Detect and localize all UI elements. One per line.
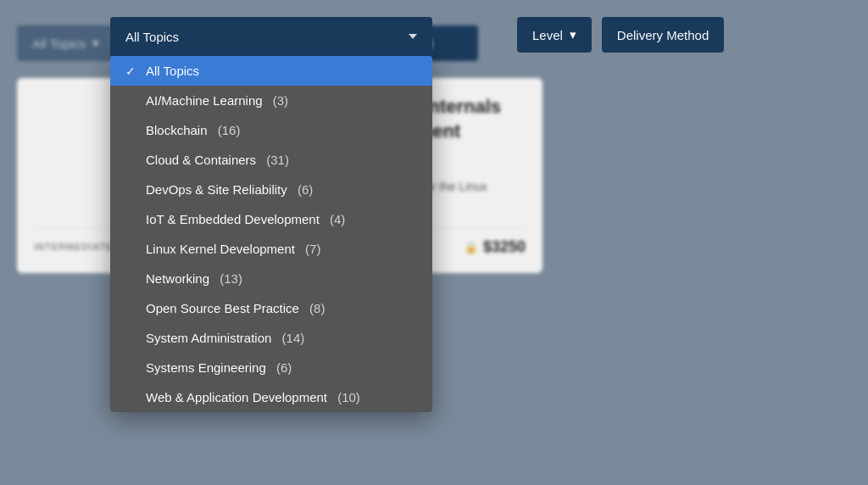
dropdown-item-count: (6)	[273, 360, 292, 375]
dropdown-item-systems-engineering[interactable]: Systems Engineering (6)	[110, 353, 432, 382]
dropdown-item-label: Web & Application Development	[146, 390, 327, 404]
level-chevron-icon: ▾	[570, 27, 576, 42]
dropdown-item-label: DevOps & Site Reliability	[146, 182, 287, 197]
dropdown-item-all-topics[interactable]: ✓ All Topics	[110, 56, 432, 86]
dropdown-item-cloud[interactable]: Cloud & Containers (31)	[110, 145, 432, 175]
topic-chevron-icon	[409, 34, 417, 39]
dropdown-item-blockchain[interactable]: Blockchain (16)	[110, 115, 432, 145]
dropdown-item-count: (3)	[270, 93, 289, 108]
dropdown-item-sysadmin[interactable]: System Administration (14)	[110, 323, 432, 353]
dropdown-item-count: (6)	[294, 182, 314, 197]
dropdown-item-label: Cloud & Containers	[146, 153, 256, 167]
dropdown-item-web-app[interactable]: Web & Application Development (10)	[110, 382, 432, 412]
dropdown-item-label: All Topics	[146, 64, 199, 78]
delivery-label: Delivery Method	[617, 28, 709, 42]
delivery-method-button[interactable]: Delivery Method	[602, 17, 724, 53]
dropdown-item-networking[interactable]: Networking (13)	[110, 264, 432, 293]
dropdown-item-count: (31)	[263, 153, 289, 167]
level-label: Level	[532, 28, 563, 42]
dropdown-item-label: Open Source Best Practice	[146, 301, 299, 315]
header-filter-buttons: Level ▾ Delivery Method	[517, 17, 724, 53]
dropdown-item-label: Linux Kernel Development	[146, 242, 295, 256]
dropdown-item-count: (8)	[306, 301, 326, 315]
dropdown-item-ai-ml[interactable]: AI/Machine Learning (3)	[110, 86, 432, 115]
dropdown-item-label: Networking	[146, 271, 209, 286]
dropdown-item-count: (7)	[302, 242, 321, 256]
dropdown-item-iot[interactable]: IoT & Embedded Development (4)	[110, 204, 432, 234]
dropdown-item-count: (13)	[216, 271, 242, 286]
dropdown-item-devops[interactable]: DevOps & Site Reliability (6)	[110, 175, 432, 204]
course-price-2: $3250	[483, 238, 526, 256]
topic-dropdown-trigger[interactable]: All Topics	[110, 17, 432, 56]
dropdown-item-open-source[interactable]: Open Source Best Practice (8)	[110, 293, 432, 323]
dropdown-item-label: Blockchain	[146, 123, 208, 137]
dropdown-item-count: (14)	[278, 331, 304, 345]
dropdown-item-label: System Administration	[146, 331, 271, 345]
dropdown-item-label: IoT & Embedded Development	[146, 212, 320, 226]
dropdown-item-count: (10)	[334, 390, 360, 404]
dropdown-item-count: (4)	[326, 212, 346, 226]
topic-selected-label: All Topics	[125, 30, 179, 44]
lock-icon: 🔒	[464, 240, 478, 254]
dropdown-item-linux-kernel[interactable]: Linux Kernel Development (7)	[110, 234, 432, 264]
topic-dropdown-menu: ✓ All Topics AI/Machine Learning (3) Blo…	[110, 56, 432, 412]
dropdown-item-label: Systems Engineering	[146, 360, 266, 375]
dropdown-item-count: (16)	[214, 123, 241, 137]
checkmark-placeholder	[125, 94, 139, 108]
dropdown-item-label: AI/Machine Learning	[146, 93, 263, 108]
level-filter-button[interactable]: Level ▾	[517, 17, 592, 53]
checkmark-icon: ✓	[125, 64, 139, 78]
